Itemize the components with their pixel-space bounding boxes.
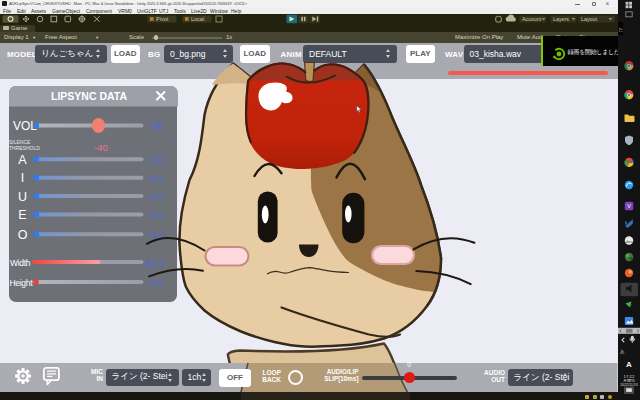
svg-text:dev: dev [625,239,631,244]
svg-text:A: A [626,360,632,369]
svg-text:2022/11/13: 2022/11/13 [620,383,638,387]
svg-text:あ: あ [620,349,625,355]
svg-text:V: V [627,203,631,209]
